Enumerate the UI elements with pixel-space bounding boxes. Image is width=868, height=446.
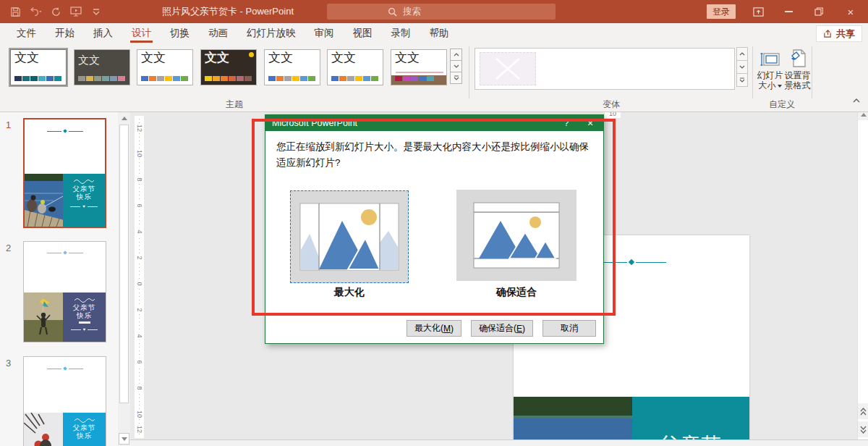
tab-view[interactable]: 视图	[344, 23, 382, 43]
tab-help[interactable]: 帮助	[420, 23, 459, 43]
variants-more-button[interactable]	[736, 73, 748, 87]
variants-scroll-up-button[interactable]	[736, 47, 748, 61]
next-slide-button[interactable]	[858, 421, 868, 437]
ensure-fit-illustration	[473, 202, 560, 269]
slide-1-photo	[25, 174, 63, 227]
slide-1-thumbnail[interactable]: 父亲节 快乐 ♥	[23, 118, 106, 228]
document-title: 照片风父亲节贺卡 - PowerPoint	[130, 0, 326, 23]
panel-scrollbar[interactable]	[118, 112, 130, 446]
save-icon[interactable]	[9, 5, 22, 18]
slide-3-thumbnail[interactable]: 父亲节 快乐	[23, 356, 106, 446]
minimize-button[interactable]	[775, 0, 801, 23]
chevron-down-icon	[778, 85, 782, 88]
search-icon	[388, 7, 397, 17]
heart-icon: ♥	[82, 204, 85, 209]
slide-2-thumbnail[interactable]: 父亲节 快乐 ♥	[23, 241, 106, 342]
tab-animations[interactable]: 动画	[199, 23, 237, 43]
theme-1[interactable]: 文文	[10, 49, 67, 85]
panel-scroll-down-button[interactable]	[119, 433, 129, 445]
scale-dialog: Microsoft PowerPoint ? × 您正在缩放到新幻灯片大小。是要…	[265, 114, 604, 344]
panel-scroll-up-icon[interactable]	[119, 112, 129, 124]
dialog-buttons: 最大化(M) 确保适合(E) 取消	[407, 320, 596, 337]
search-placeholder: 搜索	[403, 6, 421, 18]
variants-group-label: 变体	[475, 98, 748, 111]
variants-scroll-down-button[interactable]	[736, 60, 748, 74]
theme-1-swatches	[14, 76, 61, 81]
theme-2[interactable]: 文文	[74, 49, 130, 85]
heart-divider: ♥	[63, 327, 106, 332]
slide-title-block: 父亲节 快乐 ♥	[632, 397, 749, 446]
close-button[interactable]: ×	[836, 0, 865, 23]
slide-size-icon	[760, 46, 780, 68]
date-placeholder	[79, 321, 90, 324]
dialog-title-bar: Microsoft PowerPoint ? ×	[265, 115, 603, 131]
slide-photo	[514, 397, 632, 446]
slide-thumbnail-panel: 1 父亲节 快乐	[0, 112, 118, 446]
tab-file[interactable]: 文件	[7, 23, 46, 43]
theme-7[interactable]: 文文	[391, 49, 447, 85]
slide-size-button[interactable]: 幻灯片 大小	[757, 46, 783, 103]
theme-6[interactable]: 文文	[327, 49, 383, 85]
share-icon	[823, 29, 833, 38]
gallery-more-button[interactable]	[450, 72, 462, 84]
theme-4[interactable]: 文文	[200, 49, 257, 85]
tab-review[interactable]: 审阅	[305, 23, 344, 43]
collapse-ribbon-button[interactable]	[851, 96, 862, 106]
group-divider	[752, 46, 753, 98]
gallery-scroll-up-button[interactable]	[450, 49, 462, 61]
ribbon-design: 文文 文文 文文 文文 文文 文文 文文	[0, 43, 868, 112]
canvas-scrollbar[interactable]	[857, 109, 868, 439]
tab-record[interactable]: 录制	[382, 23, 420, 43]
vertical-ruler: 12 10 8 6 4 2 0 2 4 6 8 10 12	[135, 116, 144, 438]
slide-3-title-block: 父亲节 快乐	[63, 413, 106, 446]
maximize-caption: 最大化	[290, 286, 409, 299]
gallery-scroll-down-button[interactable]	[450, 60, 462, 72]
customize-qat-chevron-icon[interactable]	[90, 5, 103, 18]
theme-3[interactable]: 文文	[137, 49, 193, 85]
theme-5-swatches	[268, 76, 315, 81]
tab-insert[interactable]: 插入	[84, 23, 122, 43]
slide-2-photo	[24, 293, 63, 342]
start-slideshow-icon[interactable]	[69, 5, 82, 18]
heart-icon: ♥	[83, 327, 86, 332]
theme-6-swatches	[331, 76, 378, 81]
slide-1-deco	[25, 130, 105, 132]
ribbon-display-options-button[interactable]	[746, 0, 770, 23]
dialog-message: 您正在缩放到新幻灯片大小。是要最大化内容大小还是按比例缩小以确保适应新幻灯片?	[265, 131, 603, 170]
maximize-button[interactable]: 最大化(M)	[407, 320, 461, 337]
tab-home[interactable]: 开始	[46, 23, 84, 43]
sign-in-button[interactable]: 登录	[707, 4, 736, 19]
tab-slideshow[interactable]: 幻灯片放映	[237, 23, 305, 43]
slide-2-title-block: 父亲节 快乐 ♥	[63, 293, 106, 342]
theme-4-dot	[249, 52, 254, 57]
dialog-close-button[interactable]: ×	[577, 117, 603, 129]
theme-2-swatches	[78, 76, 125, 81]
group-divider	[469, 46, 469, 98]
cancel-button[interactable]: 取消	[542, 320, 596, 337]
tab-design[interactable]: 设计	[122, 23, 161, 43]
format-background-button[interactable]: 设置背 景格式	[784, 46, 811, 103]
ensure-fit-option-tile[interactable]	[456, 190, 576, 281]
theme-5[interactable]: 文文	[264, 49, 320, 85]
dialog-help-button[interactable]: ?	[556, 118, 577, 128]
title-bar: 照片风父亲节贺卡 - PowerPoint 搜索 登录 ×	[0, 0, 868, 23]
previous-slide-button[interactable]	[858, 403, 868, 419]
tab-transitions[interactable]: 切换	[161, 23, 199, 43]
undo-icon[interactable]	[29, 5, 42, 18]
theme-3-swatches	[141, 76, 188, 81]
ensure-fit-button[interactable]: 确保适合(E)	[471, 320, 533, 337]
customize-group-label: 自定义	[752, 98, 812, 111]
share-button[interactable]: 共享	[816, 25, 862, 42]
variant-thumb[interactable]	[480, 52, 536, 85]
theme-gallery-scroll	[450, 49, 462, 84]
search-input[interactable]: 搜索	[327, 4, 556, 20]
panel-scrollbar-thumb[interactable]	[119, 125, 129, 403]
maximize-option-tile[interactable]	[290, 190, 409, 283]
slide-3-number: 3	[6, 358, 11, 369]
slide-3-photo	[24, 413, 63, 446]
themes-group-label: 主题	[0, 98, 469, 111]
redo-icon[interactable]	[49, 5, 62, 18]
restore-button[interactable]	[806, 0, 832, 23]
maximize-illustration	[299, 198, 400, 276]
theme-7-swatches	[395, 76, 442, 81]
